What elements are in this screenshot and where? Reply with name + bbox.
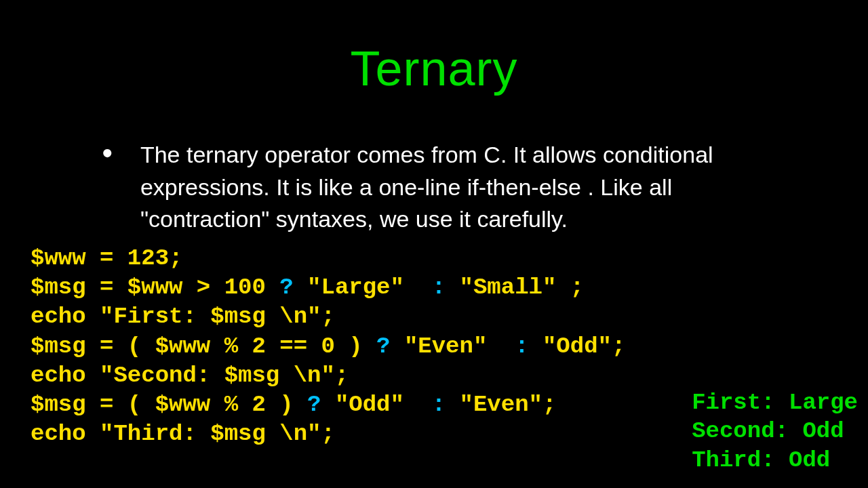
slide-title: Ternary	[0, 41, 868, 96]
code-frag: "Odd"	[321, 392, 431, 418]
code-frag: "Small" ;	[446, 274, 584, 300]
code-line-3: echo "First: $msg \n";	[31, 304, 335, 329]
bullet-text: The ternary operator comes from C. It al…	[140, 139, 807, 236]
code-line-4: $msg = ( $www % 2 == 0 ) ? "Even" : "Odd…	[31, 333, 625, 359]
slide: Ternary ● The ternary operator comes fro…	[0, 0, 868, 488]
code-block: $www = 123; $msg = $www > 100 ? "Large" …	[31, 244, 625, 449]
ternary-colon-icon: :	[432, 274, 446, 300]
code-frag: "Even";	[446, 392, 556, 418]
output-line-1: First: Large	[692, 390, 858, 415]
bullet-item: ● The ternary operator comes from C. It …	[102, 139, 807, 236]
output-line-3: Third: Odd	[692, 447, 830, 473]
output-line-2: Second: Odd	[692, 418, 844, 444]
ternary-q-icon: ?	[307, 392, 321, 418]
ternary-colon-icon: :	[515, 333, 528, 359]
code-line-5: echo "Second: $msg \n";	[31, 363, 349, 388]
code-line-7: echo "Third: $msg \n";	[31, 421, 335, 447]
code-line-2: $msg = $www > 100 ? "Large" : "Small" ;	[31, 274, 584, 300]
code-frag: "Large"	[294, 274, 432, 300]
code-line-1: $www = 123;	[31, 245, 182, 271]
code-frag: $msg = ( $www % 2 )	[31, 392, 307, 418]
code-frag: "Odd";	[529, 333, 626, 359]
ternary-q-icon: ?	[376, 333, 390, 359]
code-frag: $msg = ( $www % 2 == 0 )	[31, 333, 376, 359]
code-frag: $msg = $www > 100	[31, 274, 279, 300]
code-line-6: $msg = ( $www % 2 ) ? "Odd" : "Even";	[31, 392, 556, 418]
ternary-q-icon: ?	[279, 274, 293, 300]
output-block: First: Large Second: Odd Third: Odd	[692, 388, 858, 475]
bullet-dot-icon: ●	[102, 143, 113, 162]
code-frag: "Even"	[391, 333, 515, 359]
ternary-colon-icon: :	[432, 392, 446, 418]
